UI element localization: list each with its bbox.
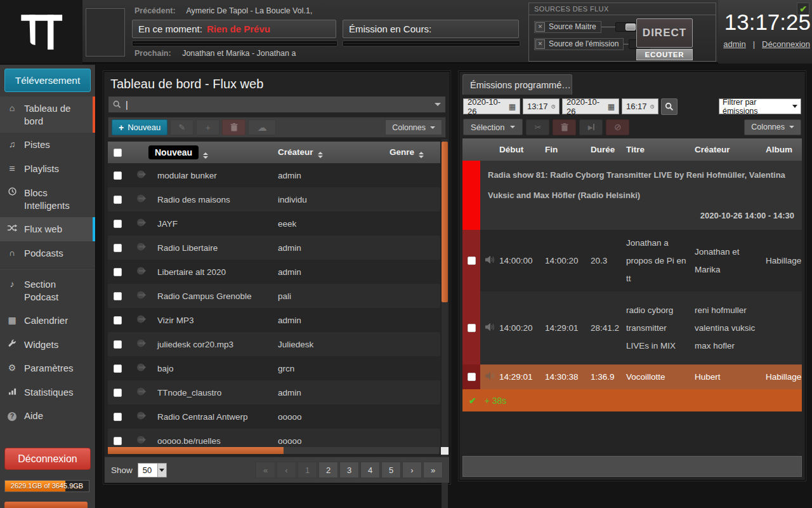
scrollbar-thumb[interactable] (108, 447, 284, 454)
page-button-3[interactable]: 3 (339, 462, 359, 478)
selection-dropdown[interactable]: Sélection (463, 119, 523, 135)
new-webstream-button[interactable]: + Nouveau (112, 119, 167, 135)
table-row[interactable]: JAYFeeek (108, 211, 440, 236)
tab-emissions-programmees[interactable]: Émissions programmé… (462, 74, 572, 95)
table-row[interactable]: juliedesk cor20.mp3Juliedesk (108, 332, 440, 356)
master-source-toggle[interactable] (615, 22, 637, 32)
album-column-header[interactable]: Album (766, 145, 792, 154)
genre-column-header[interactable]: Genre (390, 147, 440, 158)
search-dropdown-caret[interactable] (435, 103, 441, 106)
table-row[interactable]: Radio Libertaireadmin (108, 236, 440, 260)
next-page-button[interactable]: › (402, 462, 422, 478)
listen-button[interactable]: ECOUTER (636, 49, 693, 60)
table-row[interactable]: Libertaire alt 2020admin (108, 260, 440, 284)
sidebar-item-widgets[interactable]: Widgets (0, 333, 95, 357)
table-row[interactable]: TTnode_claustroadmin (108, 380, 440, 404)
time-from-input[interactable]: 13:17 (523, 98, 560, 114)
sidebar-item-pistes[interactable]: ♫ Pistes (0, 133, 95, 157)
end-column-header[interactable]: Fin (545, 145, 558, 154)
row-checkbox[interactable] (114, 268, 122, 276)
last-page-button[interactable]: » (423, 462, 443, 478)
disconnect-icon[interactable]: ✕ (535, 39, 545, 49)
sidebar-item-calendrier[interactable]: ▦ Calendrier (0, 309, 95, 333)
delete-button[interactable] (222, 119, 246, 135)
page-button-5[interactable]: 5 (381, 462, 401, 478)
row-checkbox[interactable] (468, 257, 476, 265)
sort-icon[interactable] (419, 152, 424, 158)
sidebar-item-playlists[interactable]: ≡ Playlists (0, 157, 95, 182)
cut-button[interactable]: ✂ (526, 119, 549, 135)
title-column-header[interactable]: Titre (626, 145, 645, 154)
delete-button[interactable] (553, 119, 576, 135)
sidebar-item-podcasts[interactable]: ∩ Podcasts (0, 241, 95, 265)
row-checkbox[interactable] (114, 316, 122, 324)
date-from-input[interactable]: 2020-10-26 ▦ (463, 98, 520, 114)
columns-dropdown[interactable]: Colonnes (385, 119, 442, 135)
skip-next-button[interactable]: ▶ (579, 119, 603, 135)
page-button-2[interactable]: 2 (318, 462, 338, 478)
first-page-button[interactable]: « (256, 462, 275, 478)
sidebar-item-flux-web[interactable]: Flux web (0, 217, 95, 241)
date-to-input[interactable]: 2020-10-26 ▦ (562, 98, 619, 114)
select-all-checkbox[interactable] (114, 149, 122, 157)
table-row[interactable]: Radio Campus Grenoblepali (108, 284, 440, 308)
app-logo[interactable] (0, 0, 82, 64)
title-column-header[interactable]: Nouveau (157, 145, 278, 159)
row-checkbox[interactable] (114, 437, 122, 445)
start-column-header[interactable]: Début (499, 145, 523, 154)
cancel-show-button[interactable]: ⊘ (606, 119, 629, 135)
filter-by-shows-select[interactable]: Filtrer par émissions (719, 98, 801, 114)
apply-filter-button[interactable] (661, 98, 678, 115)
page-button-4[interactable]: 4 (360, 462, 380, 478)
sort-icon[interactable] (318, 152, 323, 158)
sidebar-item-blocs-intelligents[interactable]: Blocs Intelligents (0, 181, 95, 217)
scrollbar-thumb[interactable] (442, 142, 448, 302)
time-to-input[interactable]: 16:17 (622, 98, 658, 114)
row-checkbox[interactable] (114, 292, 122, 300)
page-button-1[interactable]: 1 (298, 462, 317, 478)
table-row[interactable]: Radio des maisonsindividu (108, 187, 440, 211)
row-checkbox[interactable] (468, 324, 476, 332)
duration-column-header[interactable]: Durée (591, 145, 615, 154)
row-checkbox[interactable] (114, 340, 122, 349)
row-checkbox[interactable] (114, 413, 122, 421)
logout-button[interactable]: Déconnexion (4, 448, 91, 470)
row-checkbox[interactable] (114, 389, 122, 397)
row-title: Radio Centraal Antwerp (157, 412, 278, 422)
schedule-row-current[interactable]: 14:29:01 14:30:38 1:36.9 Vocoillotte Hub… (462, 364, 802, 389)
schedule-row[interactable]: 14:00:00 14:00:20 20.3 Jonathan a propos… (462, 230, 802, 291)
row-checkbox[interactable] (468, 373, 476, 381)
horizontal-scrollbar[interactable] (108, 447, 439, 454)
table-row[interactable]: Radio Centraal Antwerpooooo (108, 404, 440, 429)
row-checkbox[interactable] (114, 171, 122, 180)
page-size-select[interactable]: 50 (138, 463, 167, 478)
chevron-down-icon (789, 126, 794, 128)
table-row[interactable]: modular bunkeradmin (108, 163, 440, 187)
row-checkbox[interactable] (114, 196, 122, 204)
add-to-playlist-button[interactable]: ＋ (196, 119, 219, 135)
schedule-row[interactable]: 14:00:20 14:29:01 28:41.2 radio cyborg t… (462, 291, 802, 364)
edit-button[interactable]: ✎ (170, 119, 193, 135)
sidebar-item-tableau-de-bord[interactable]: ⌂ Tableau de bord (0, 97, 95, 133)
sidebar-item-parametres[interactable]: ⚙ Paramètres (0, 356, 95, 380)
table-row[interactable]: Vizir MP3admin (108, 308, 440, 332)
sidebar-item-statistiques[interactable]: Statistiques (0, 380, 95, 404)
columns-dropdown[interactable]: Colonnes (744, 119, 801, 135)
sort-icon[interactable] (203, 152, 208, 159)
creator-column-header[interactable]: Créateur (695, 145, 730, 154)
prev-page-button[interactable]: ‹ (277, 462, 296, 478)
row-checkbox[interactable] (114, 244, 122, 252)
logout-link[interactable]: Déconnexion (762, 39, 810, 49)
sidebar-item-section-podcast[interactable]: ♪ Section Podcast (0, 272, 95, 309)
table-row[interactable]: bajogrcn (108, 356, 440, 380)
creator-column-header[interactable]: Créateur (278, 147, 390, 158)
upload-button[interactable]: Téléversement (4, 69, 91, 92)
row-checkbox[interactable] (114, 220, 122, 228)
row-checkbox[interactable] (114, 364, 122, 373)
user-link[interactable]: admin (723, 39, 745, 49)
search-input[interactable]: | (108, 96, 446, 113)
direct-button[interactable]: DIRECT (636, 18, 693, 48)
sidebar-item-aide[interactable]: ? Aide (0, 404, 95, 428)
soundcloud-button[interactable]: ☁ (248, 119, 276, 135)
disconnect-icon[interactable]: ✕ (535, 22, 545, 32)
